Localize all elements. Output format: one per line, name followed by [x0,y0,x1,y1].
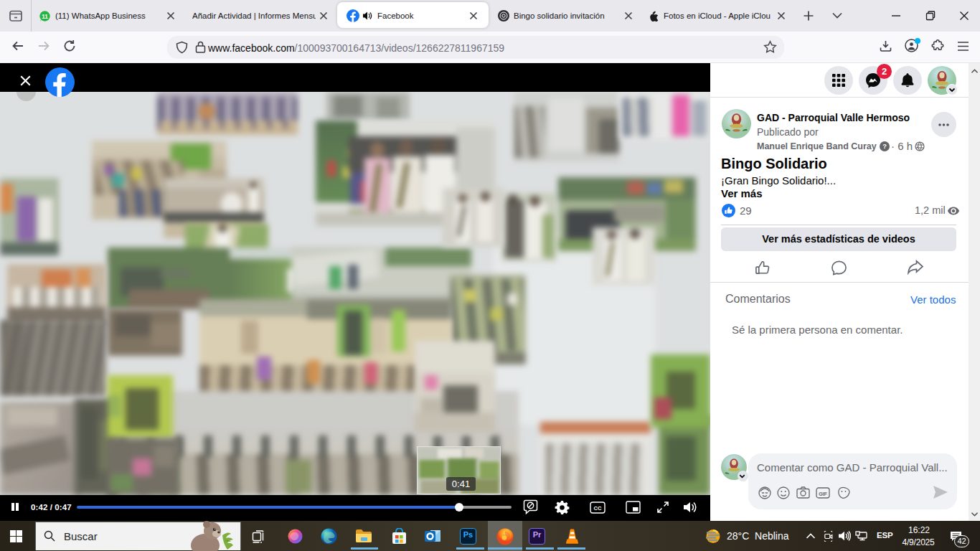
svg-text:11: 11 [42,14,48,20]
svg-text:?: ? [882,143,887,150]
svg-text:GIF: GIF [819,491,827,496]
svg-text:CC: CC [594,505,602,512]
